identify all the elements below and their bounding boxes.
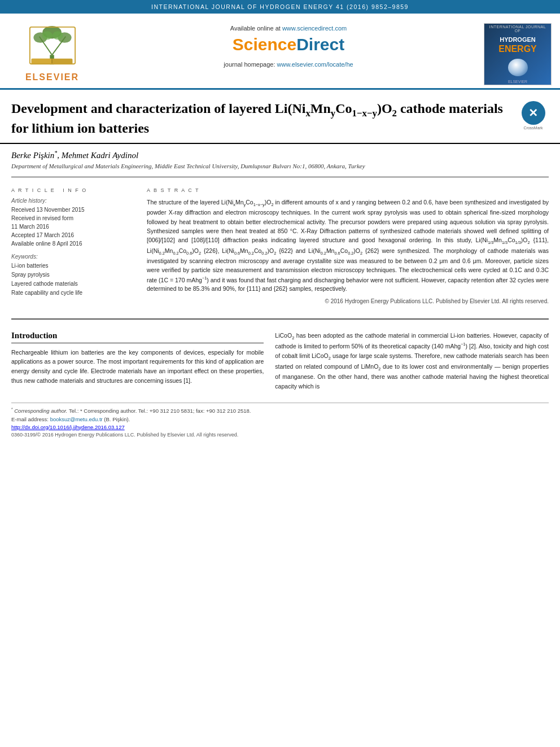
abstract-column: A B S T R A C T The structure of the lay… <box>147 187 549 304</box>
elsevier-brand: ELSEVIER <box>25 72 79 82</box>
svg-point-6 <box>42 31 53 40</box>
introduction-heading: Introduction <box>11 331 264 343</box>
footnote-email: E-mail address: booksuz@metu.edu.tr (B. … <box>11 415 549 423</box>
article-info-column: A R T I C L E I N F O Article history: R… <box>11 187 135 304</box>
keyword-1: Li-ion batteries <box>11 261 135 270</box>
journal-header: ELSEVIER Available online at www.science… <box>0 14 560 90</box>
keyword-2: Spray pyrolysis <box>11 270 135 279</box>
article-history-label: Article history: <box>11 198 135 204</box>
journal-cover-publisher: ELSEVIER <box>507 78 528 85</box>
crossmark-icon: ✕ <box>528 106 538 120</box>
doi-link[interactable]: http://dx.doi.org/10.1016/j.ijhydene.201… <box>11 424 549 430</box>
available-online-date: Available online 8 April 2016 <box>11 239 135 248</box>
journal-homepage-text: journal homepage: www.elsevier.com/locat… <box>224 61 353 68</box>
received-date: Received 13 November 2015 <box>11 206 135 214</box>
sciencedirect-section: Available online at www.sciencedirect.co… <box>102 20 475 88</box>
crossmark-badge[interactable]: ✕ CrossMark <box>518 100 549 131</box>
journal-cover-title: HYDROGENENERGY <box>496 34 539 56</box>
divider <box>11 177 549 177</box>
issn-text: 0360-3199/© 2016 Hydrogen Energy Publica… <box>11 432 549 438</box>
introduction-left-text: Rechargeable lithium ion batteries are t… <box>11 348 264 386</box>
crossmark-circle: ✕ <box>522 101 545 125</box>
footnote-corresponding: * Corresponding author. Tel.: * Correspo… <box>11 407 549 415</box>
accepted-date: Accepted 17 March 2016 <box>11 231 135 239</box>
article-title-section: Development and characterization of laye… <box>0 90 560 144</box>
footnote-email-link[interactable]: booksuz@metu.edu.tr <box>50 416 103 422</box>
journal-header-bar: International Journal of Hydrogen Energy… <box>0 0 560 14</box>
abstract-label: A B S T R A C T <box>147 187 549 193</box>
doi-anchor[interactable]: http://dx.doi.org/10.1016/j.ijhydene.201… <box>11 424 125 430</box>
authors-text: Berke Pişkin*, Mehmet Kadri Aydinol <box>11 150 549 160</box>
available-online-text: Available online at www.sciencedirect.co… <box>230 25 347 32</box>
article-info-label: A R T I C L E I N F O <box>11 187 135 193</box>
journal-cover-image: INTERNATIONAL JOURNAL OF HYDROGENENERGY … <box>484 23 552 85</box>
introduction-right-column: LiCoO2 has been adopted as the cathode m… <box>275 331 549 391</box>
introduction-left-column: Introduction Rechargeable lithium ion ba… <box>11 331 264 391</box>
sciencedirect-logo: ScienceDirect <box>233 35 344 54</box>
authors-section: Berke Pişkin*, Mehmet Kadri Aydinol Depa… <box>0 144 560 172</box>
journal-cover-graphic <box>508 59 528 76</box>
article-info-abstract-section: A R T I C L E I N F O Article history: R… <box>0 182 560 310</box>
journal-title-bar: International Journal of Hydrogen Energy… <box>151 3 409 10</box>
elsevier-logo <box>16 20 89 71</box>
elsevier-logo-section: ELSEVIER <box>0 20 102 88</box>
footnote-section: * Corresponding author. Tel.: * Correspo… <box>11 403 549 438</box>
copyright-text: © 2016 Hydrogen Energy Publications LLC.… <box>147 298 549 304</box>
introduction-right-text: LiCoO2 has been adopted as the cathode m… <box>275 331 549 391</box>
crossmark-label: CrossMark <box>524 126 543 130</box>
svg-rect-9 <box>31 59 51 64</box>
keyword-3: Layered cathode materials <box>11 279 135 289</box>
elsevier-tree-icon <box>27 26 78 65</box>
section-divider <box>11 318 549 320</box>
keywords-group: Keywords: Li-ion batteries Spray pyrolys… <box>11 254 135 298</box>
received-revised-date: Received in revised form11 March 2016 <box>11 214 135 231</box>
abstract-text: The structure of the layered Li(NixMnyCo… <box>147 198 549 294</box>
keywords-label: Keywords: <box>11 254 135 260</box>
article-title: Development and characterization of laye… <box>11 100 509 137</box>
introduction-section: Introduction Rechargeable lithium ion ba… <box>0 328 560 397</box>
svg-point-7 <box>53 31 63 40</box>
journal-cover-top: INTERNATIONAL JOURNAL OF <box>484 24 551 34</box>
journal-url[interactable]: www.elsevier.com/locate/he <box>277 61 353 68</box>
keyword-4: Rate capability and cycle life <box>11 289 135 298</box>
journal-cover-section: INTERNATIONAL JOURNAL OF HYDROGENENERGY … <box>475 20 560 88</box>
article-history-group: Article history: Received 13 November 20… <box>11 198 135 248</box>
affiliation-text: Department of Metallurgical and Material… <box>11 163 549 169</box>
sciencedirect-url[interactable]: www.sciencedirect.com <box>282 25 347 32</box>
